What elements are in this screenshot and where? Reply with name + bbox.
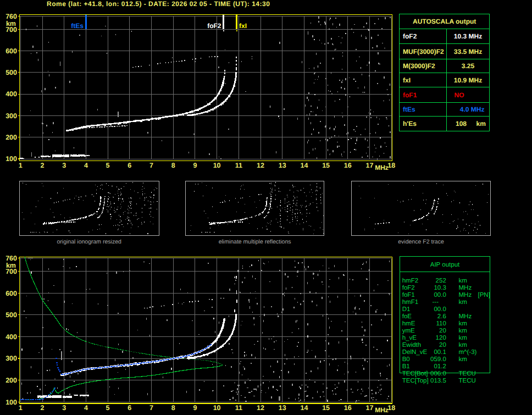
svg-text:200: 200: [5, 134, 17, 141]
svg-text:NO: NO: [455, 91, 464, 99]
svg-text:MHz: MHz: [459, 292, 472, 298]
svg-text:700: 700: [5, 268, 17, 275]
svg-text:4: 4: [84, 404, 88, 412]
svg-text:2.6: 2.6: [437, 313, 446, 320]
svg-text:1: 1: [19, 162, 23, 169]
svg-text:9: 9: [193, 404, 197, 412]
svg-text:ftEs: ftEs: [403, 106, 415, 113]
svg-text:5: 5: [106, 162, 110, 169]
svg-text:TECU: TECU: [459, 378, 476, 384]
svg-text:TEC[Top]: TEC[Top]: [402, 378, 429, 384]
svg-text:TECU: TECU: [459, 370, 476, 377]
svg-text:foF1: foF1: [402, 292, 415, 298]
svg-text:9: 9: [193, 162, 197, 169]
svg-text:original ionogram resized: original ionogram resized: [57, 239, 121, 245]
svg-text:D1: D1: [402, 306, 411, 313]
svg-text:MHz: MHz: [459, 313, 472, 320]
svg-text:20: 20: [439, 328, 446, 334]
svg-text:3: 3: [62, 162, 66, 169]
svg-text:7: 7: [149, 404, 153, 412]
svg-text:foF2: foF2: [207, 22, 221, 30]
svg-text:33.5 MHz: 33.5 MHz: [454, 48, 482, 56]
svg-text:fxI: fxI: [239, 22, 247, 30]
svg-text:00.1: 00.1: [434, 349, 446, 356]
svg-text:B0: B0: [402, 356, 410, 363]
svg-text:13: 13: [279, 404, 286, 412]
svg-text:10.3 MHz: 10.3 MHz: [454, 32, 482, 40]
svg-text:300: 300: [5, 112, 17, 120]
svg-text:200: 200: [5, 377, 17, 384]
svg-text:foF2: foF2: [402, 285, 415, 291]
svg-text:hmE: hmE: [402, 320, 415, 327]
svg-text:km: km: [459, 278, 467, 284]
svg-text:7: 7: [149, 162, 153, 169]
svg-text:M(3000)F2: M(3000)F2: [403, 62, 435, 70]
svg-text:km: km: [459, 335, 467, 341]
svg-text:foF2: foF2: [403, 32, 417, 40]
svg-text:fxI: fxI: [403, 76, 411, 84]
svg-text:100: 100: [5, 155, 17, 163]
svg-text:8: 8: [171, 162, 175, 169]
svg-text:18: 18: [387, 162, 395, 169]
svg-text:12: 12: [257, 404, 264, 412]
svg-text:h_vE: h_vE: [402, 335, 417, 341]
svg-text:h'Es: h'Es: [403, 120, 417, 128]
svg-text:14: 14: [300, 404, 308, 412]
svg-text:km: km: [459, 328, 467, 334]
svg-text:[PN]: [PN]: [478, 292, 490, 298]
svg-text:006.0: 006.0: [430, 370, 446, 377]
svg-text:6: 6: [128, 404, 131, 412]
svg-text:---: ---: [433, 299, 439, 306]
svg-text:km: km: [459, 299, 467, 306]
svg-text:MHz: MHz: [375, 164, 389, 171]
svg-text:10.9 MHz: 10.9 MHz: [454, 76, 482, 84]
svg-text:17: 17: [366, 162, 374, 169]
svg-text:600: 600: [5, 47, 17, 55]
svg-text:ftEs: ftEs: [71, 22, 84, 30]
svg-text:foE: foE: [402, 313, 412, 320]
svg-text:600: 600: [5, 290, 17, 297]
svg-text:400: 400: [5, 333, 17, 341]
svg-text:110: 110: [436, 320, 446, 327]
svg-text:16: 16: [344, 404, 352, 412]
svg-text:hmF1: hmF1: [402, 299, 418, 306]
svg-text:B1: B1: [402, 363, 410, 370]
svg-text:4: 4: [84, 162, 88, 169]
svg-text:8: 8: [171, 404, 175, 412]
svg-text:TEC[Bot]: TEC[Bot]: [402, 370, 428, 377]
svg-text:400: 400: [5, 90, 17, 98]
svg-text:MUF(3000)F2: MUF(3000)F2: [403, 48, 444, 56]
svg-text:m^(-3): m^(-3): [459, 349, 477, 356]
svg-text:1: 1: [19, 404, 23, 412]
svg-text:108: 108: [456, 120, 467, 128]
svg-text:DelN_vE: DelN_vE: [402, 349, 428, 356]
svg-text:km: km: [459, 342, 467, 348]
svg-text:20: 20: [439, 342, 446, 348]
svg-text:3: 3: [62, 404, 66, 412]
svg-text:059.0: 059.0: [430, 356, 446, 363]
svg-text:01.2: 01.2: [434, 363, 446, 370]
svg-text:500: 500: [5, 311, 17, 319]
svg-text:4.0 MHz: 4.0 MHz: [460, 106, 485, 113]
svg-text:120: 120: [436, 335, 446, 341]
svg-text:11: 11: [235, 162, 242, 169]
svg-text:14: 14: [300, 162, 308, 169]
svg-text:17: 17: [366, 404, 374, 412]
svg-text:AIP output: AIP output: [430, 262, 460, 268]
svg-text:18: 18: [387, 404, 395, 412]
svg-text:km: km: [459, 356, 467, 363]
svg-text:00.0: 00.0: [434, 306, 446, 313]
svg-text:AUTOSCALA output: AUTOSCALA output: [413, 18, 476, 25]
svg-text:00.0: 00.0: [434, 292, 446, 298]
svg-text:300: 300: [5, 355, 17, 362]
svg-text:2: 2: [41, 162, 45, 169]
svg-text:013.5: 013.5: [430, 378, 446, 384]
svg-text:Ewidth: Ewidth: [402, 342, 422, 348]
svg-text:10.3: 10.3: [434, 285, 446, 291]
svg-text:11: 11: [235, 404, 242, 412]
svg-text:MHz: MHz: [375, 406, 389, 414]
svg-text:15: 15: [322, 162, 330, 169]
svg-text:5: 5: [106, 404, 110, 412]
svg-text:15: 15: [322, 404, 330, 412]
svg-text:700: 700: [5, 26, 17, 34]
